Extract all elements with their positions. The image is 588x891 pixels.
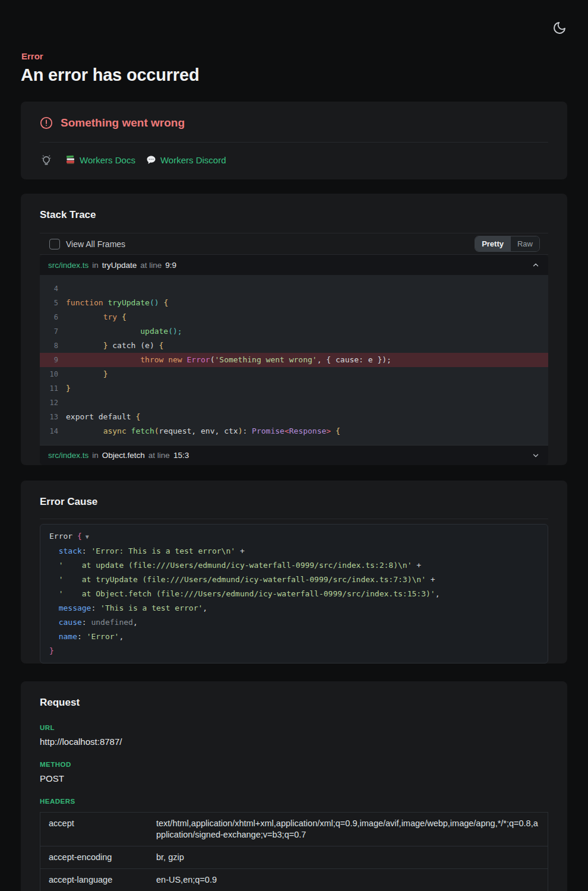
request-title: Request [40,681,548,709]
headers-label: HEADERS [40,798,548,805]
code-token: update [140,327,168,336]
headers-table: accepttext/html,application/xhtml+xml,ap… [40,812,548,891]
view-all-frames-checkbox[interactable] [49,239,60,249]
pretty-button[interactable]: Pretty [475,236,510,251]
books-icon [66,155,75,165]
code-token: undefined [91,618,132,627]
raw-button[interactable]: Raw [510,236,539,251]
code-text: ' at update (file:///Users/edmund/icy-wa… [49,558,539,573]
error-cause-card: Error Cause Error { ▼ stack: 'Error: Thi… [21,481,567,663]
frame-method: tryUpdate [102,261,137,270]
code-text: } [66,381,548,396]
code-token: { [135,412,140,421]
header-value: en-US,en;q=0.9 [156,869,548,891]
code-text: Error { ▼ [49,529,539,544]
error-eyebrow: Error [21,51,567,61]
code-token: ( [154,426,159,435]
code-token: } [49,646,54,655]
frame-at-label: at line [140,261,162,270]
header-name: accept [40,813,156,846]
code-token: throw new [140,355,186,364]
header-row: accepttext/html,application/xhtml+xml,ap… [40,813,548,846]
code-line: Error { ▼ [49,529,539,544]
method-label: METHOD [40,761,548,768]
workers-discord-label: Workers Discord [160,155,226,165]
code-line: } [49,644,539,658]
error-cause-code: Error { ▼ stack: 'Error: This is a test … [40,524,548,663]
line-number: 5 [40,296,58,310]
code-token: Error [187,355,210,364]
url-label: URL [40,724,548,731]
workers-discord-link[interactable]: Workers Discord [146,155,226,165]
view-mode-switch: Pretty Raw [475,236,540,252]
code-token: catch (e) [108,341,159,350]
code-text: cause: undefined, [49,615,539,630]
code-line: 4 [40,282,548,296]
code-token: 'Error: This is a test error\n' [91,546,235,555]
page-header: Error An error has occurred [21,0,567,85]
code-token [49,546,59,555]
code-token: Response [289,426,327,435]
code-token: ' at tryUpdate (file:///Users/edmund/icy… [59,575,426,584]
page-title: An error has occurred [21,65,567,85]
code-token: try [103,312,117,321]
code-token: { [159,341,164,350]
code-token: async [103,426,131,435]
code-token [66,327,140,336]
code-token: < [284,426,289,435]
code-token: : [82,618,91,627]
line-number: 13 [40,410,58,424]
code-token [66,426,103,435]
code-line: ' at Object.fetch (file:///Users/edmund/… [49,587,539,601]
code-text: function tryUpdate() { [66,296,548,310]
error-page: Error An error has occurred Something we… [0,0,588,891]
speech-balloon-icon [146,155,156,165]
code-text [66,282,548,296]
code-token [49,561,59,570]
code-token: Error [49,532,77,541]
line-number: 12 [40,396,58,410]
code-text: } catch (e) { [66,339,548,353]
code-line: 5function tryUpdate() { [40,296,548,310]
code-text [66,396,548,410]
collapse-caret-icon[interactable]: ▼ [82,533,89,540]
stack-frame-header-1[interactable]: src/index.ts in tryUpdate at line 9:9 [40,255,548,275]
code-text: throw new Error('Something went wrong', … [66,353,548,367]
line-number: 4 [40,282,58,296]
url-value: http://localhost:8787/ [40,737,548,747]
code-text: try { [66,310,548,324]
code-token: + [426,575,435,584]
line-number: 14 [40,424,58,438]
stack-trace-title: Stack Trace [40,194,548,221]
line-number: 10 [40,367,58,381]
view-all-frames-control: View All Frames [49,239,125,249]
frame-at-label: at line [148,451,170,460]
code-line: ' at tryUpdate (file:///Users/edmund/icy… [49,573,539,587]
header-name: accept-encoding [40,846,156,868]
view-all-frames-label: View All Frames [66,239,125,249]
code-text: ' at Object.fetch (file:///Users/edmund/… [49,587,539,601]
code-token: ' at update (file:///Users/edmund/icy-wa… [59,561,412,570]
stack-frame-header-2[interactable]: src/index.ts in Object.fetch at line 15:… [40,445,548,465]
line-number: 11 [40,381,58,396]
theme-toggle-button[interactable] [551,20,568,37]
code-text: export default { [66,410,548,424]
workers-docs-link[interactable]: Workers Docs [66,155,135,165]
line-number: 7 [40,324,58,339]
line-number: 9 [40,353,58,367]
help-links-row: Workers Docs Workers Discord [40,142,548,179]
code-token: tryUpdate [108,298,149,307]
code-line: 12 [40,396,548,410]
code-token: 'This is a test error' [100,604,203,612]
workers-docs-label: Workers Docs [80,155,135,165]
stack-trace-toolbar: View All Frames Pretty Raw [40,233,548,255]
code-token: { [163,298,168,307]
line-number: 6 [40,310,58,324]
code-text: update(); [66,324,548,339]
error-cause-title: Error Cause [40,481,548,519]
code-token: 'Error' [87,632,119,641]
lightbulb-icon [40,153,53,166]
header-name: accept-language [40,869,156,891]
code-token: } [103,369,108,378]
code-line: 11} [40,381,548,396]
